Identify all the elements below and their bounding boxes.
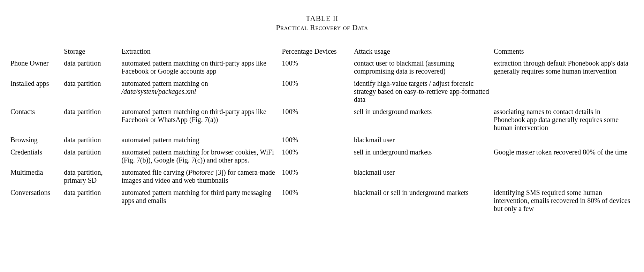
cell-percentage: 100% (282, 187, 354, 215)
cell-name: Phone Owner (10, 57, 64, 78)
cell-comments: extraction through default Phonebook app… (494, 57, 634, 78)
cell-percentage: 100% (282, 106, 354, 134)
cell-percentage: 100% (282, 77, 354, 106)
cell-comments (494, 166, 634, 187)
cell-extraction: automated pattern matching for browser c… (121, 146, 282, 166)
cell-attack: blackmail or sell in underground markets (354, 187, 494, 215)
cell-extraction: automated pattern matching on third-part… (121, 106, 282, 134)
col-header-extraction: Extraction (121, 46, 282, 57)
cell-percentage: 100% (282, 57, 354, 78)
cell-name: Contacts (10, 106, 64, 134)
cell-storage: data partition, primary SD (64, 166, 121, 187)
col-header-blank (10, 46, 64, 57)
table-row: Conversations data partition automated p… (10, 187, 634, 215)
cell-attack: contact user to blackmail (assuming comp… (354, 57, 494, 78)
table-row: Credentials data partition automated pat… (10, 146, 634, 166)
cell-attack: sell in underground markets (354, 146, 494, 166)
cell-attack: identify high-value targets / adjust for… (354, 77, 494, 106)
col-header-percentage: Percentage Devices (282, 46, 354, 57)
cell-name: Conversations (10, 187, 64, 215)
cell-attack: blackmail user (354, 134, 494, 146)
col-header-storage: Storage (64, 46, 121, 57)
cell-percentage: 100% (282, 166, 354, 187)
cell-storage: data partition (64, 134, 121, 146)
cell-extraction: automated pattern matching on /data/syst… (121, 77, 282, 106)
col-header-comments: Comments (494, 46, 634, 57)
cell-percentage: 100% (282, 146, 354, 166)
cell-extraction: automated pattern matching for third par… (121, 187, 282, 215)
cell-extraction: automated pattern matching (121, 134, 282, 146)
cell-comments: Google master token recovered 80% of the… (494, 146, 634, 166)
cell-comments (494, 134, 634, 146)
table-title-block: TABLE II Practical Recovery of Data (10, 14, 634, 32)
cell-name: Installed apps (10, 77, 64, 106)
table-row: Phone Owner data partition automated pat… (10, 57, 634, 78)
cell-extraction: automated pattern matching on third-part… (121, 57, 282, 78)
table-row: Installed apps data partition automated … (10, 77, 634, 106)
cell-storage: data partition (64, 187, 121, 215)
cell-comments: associating names to contact details in … (494, 106, 634, 134)
cell-name: Credentials (10, 146, 64, 166)
cell-storage: data partition (64, 106, 121, 134)
cell-name: Multimedia (10, 166, 64, 187)
table-row: Multimedia data partition, primary SD au… (10, 166, 634, 187)
cell-attack: blackmail user (354, 166, 494, 187)
table-caption: Practical Recovery of Data (10, 23, 634, 32)
col-header-attack: Attack usage (354, 46, 494, 57)
recovery-data-table: Storage Extraction Percentage Devices At… (10, 46, 634, 215)
cell-comments (494, 77, 634, 106)
cell-name: Browsing (10, 134, 64, 146)
table-number: TABLE II (10, 14, 634, 23)
cell-storage: data partition (64, 57, 121, 78)
cell-storage: data partition (64, 146, 121, 166)
cell-percentage: 100% (282, 134, 354, 146)
cell-storage: data partition (64, 77, 121, 106)
table-header-row: Storage Extraction Percentage Devices At… (10, 46, 634, 57)
table-row: Browsing data partition automated patter… (10, 134, 634, 146)
table-row: Contacts data partition automated patter… (10, 106, 634, 134)
cell-extraction: automated file carving (Photorec [3]) fo… (121, 166, 282, 187)
cell-attack: sell in underground markets (354, 106, 494, 134)
cell-comments: identifying SMS required some human inte… (494, 187, 634, 215)
